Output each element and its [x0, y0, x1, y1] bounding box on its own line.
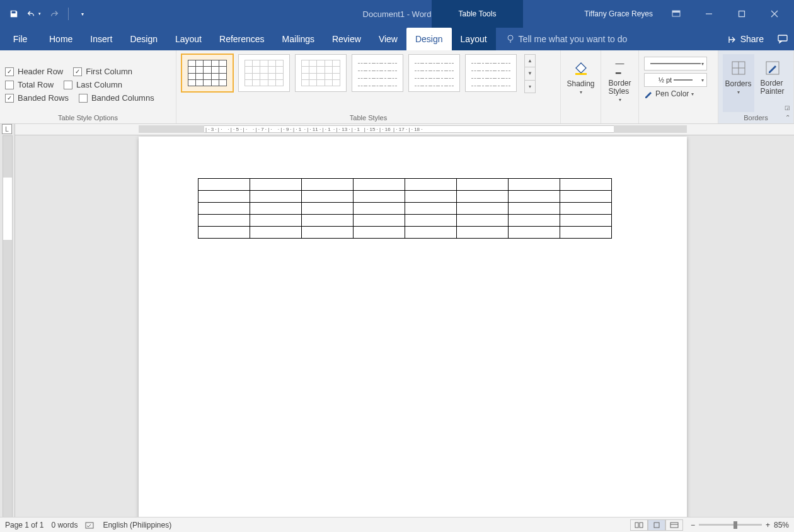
document-table[interactable] — [198, 178, 612, 239]
share-icon — [728, 35, 737, 43]
border-styles-icon: —━ — [610, 58, 630, 78]
painter-icon — [762, 58, 783, 78]
borders-icon — [728, 58, 749, 78]
table-styles-scroll: ▲ ▼ ▾ — [524, 54, 536, 93]
tab-file[interactable]: File — [0, 28, 40, 50]
tab-mailings[interactable]: Mailings — [273, 28, 323, 50]
border-styles-button[interactable]: —━ Border Styles ▾ — [603, 54, 636, 112]
tab-view[interactable]: View — [370, 28, 406, 50]
ribbon-body: Header Row First Column Total Row Last C… — [0, 50, 794, 124]
group-shading: Shading ▾ — [561, 50, 601, 123]
svg-rect-16 — [640, 523, 643, 528]
zoom-out-button[interactable]: − — [691, 521, 695, 529]
ribbon-tabs: File Home Insert Design Layout Reference… — [0, 28, 794, 50]
zoom-level[interactable]: 85% — [774, 521, 789, 529]
tab-design[interactable]: Design — [121, 28, 166, 50]
pen-icon — [644, 89, 653, 98]
pen-color-dropdown[interactable]: Pen Color ▾ — [644, 89, 694, 98]
share-button[interactable]: Share — [720, 28, 771, 50]
bucket-icon — [571, 58, 591, 78]
tab-table-design[interactable]: Design — [406, 28, 452, 50]
checkbox-banded-columns[interactable]: Banded Columns — [79, 93, 154, 103]
collapse-ribbon-icon[interactable]: ⌃ — [785, 114, 790, 121]
redo-button[interactable] — [45, 5, 63, 23]
group-label: Borders — [718, 113, 793, 123]
svg-rect-3 — [739, 11, 745, 17]
table-style-thumb[interactable] — [238, 54, 290, 92]
document-area[interactable] — [15, 135, 794, 517]
shading-button[interactable]: Shading ▾ — [561, 54, 599, 112]
print-layout-button[interactable] — [648, 519, 665, 531]
table-style-thumb[interactable] — [295, 54, 347, 92]
group-table-style-options: Header Row First Column Total Row Last C… — [0, 50, 176, 123]
zoom-control: − + 85% — [691, 521, 789, 529]
group-borders: Borders ▾ Border Painter Borders ◲ — [718, 50, 794, 123]
tell-me-search[interactable]: Tell me what you want to do — [496, 28, 720, 50]
gallery-expand[interactable]: ▾ — [525, 81, 535, 93]
svg-rect-6 — [778, 35, 787, 41]
group-pen: ½ pt Pen Color ▾ — [639, 50, 718, 123]
save-button[interactable] — [5, 5, 23, 23]
vertical-ruler: L — [0, 124, 15, 517]
svg-rect-18 — [670, 523, 678, 528]
tab-references[interactable]: References — [210, 28, 273, 50]
maximize-button[interactable] — [727, 5, 756, 23]
svg-rect-7 — [575, 73, 587, 75]
lightbulb-icon — [506, 35, 515, 43]
group-table-styles: ▲ ▼ ▾ Table Styles — [176, 50, 561, 123]
gallery-scroll-up[interactable]: ▲ — [525, 55, 535, 67]
checkbox-total-row[interactable]: Total Row — [5, 80, 54, 89]
pen-weight-dropdown[interactable]: ½ pt — [644, 73, 707, 87]
zoom-in-button[interactable]: + — [766, 521, 770, 529]
web-layout-button[interactable] — [665, 519, 683, 531]
view-buttons — [630, 519, 683, 531]
tab-home[interactable]: Home — [40, 28, 81, 50]
spellcheck-icon[interactable] — [85, 521, 95, 529]
table-style-thumb[interactable] — [408, 54, 460, 92]
close-button[interactable] — [760, 5, 789, 23]
table-style-thumb[interactable] — [352, 54, 403, 92]
user-name: Tiffany Grace Reyes — [584, 9, 653, 18]
checkbox-last-column[interactable]: Last Column — [64, 80, 122, 89]
table-tools-contextual-label: Table Tools — [432, 0, 523, 28]
status-word-count[interactable]: 0 words — [51, 521, 78, 529]
group-label: Table Styles — [176, 113, 560, 123]
svg-rect-1 — [672, 11, 680, 13]
title-bar: ▾ ▾ Document1 - Word Table Tools Tiffany… — [0, 0, 794, 28]
tab-layout[interactable]: Layout — [166, 28, 210, 50]
border-painter-button[interactable]: Border Painter — [756, 54, 790, 112]
checkbox-header-row[interactable]: Header Row — [5, 67, 63, 76]
svg-point-4 — [508, 35, 513, 40]
svg-rect-17 — [654, 523, 659, 528]
checkbox-first-column[interactable]: First Column — [73, 67, 132, 76]
checkbox-banded-rows[interactable]: Banded Rows — [5, 93, 69, 103]
page — [139, 137, 687, 517]
pen-style-dropdown[interactable] — [644, 57, 707, 71]
read-mode-button[interactable] — [630, 519, 648, 531]
borders-button[interactable]: Borders ▾ — [723, 54, 754, 112]
tab-selector[interactable]: L — [2, 124, 12, 134]
svg-rect-15 — [635, 523, 638, 528]
gallery-scroll-down[interactable]: ▼ — [525, 67, 535, 80]
user-area: Tiffany Grace Reyes — [584, 0, 794, 28]
tab-insert[interactable]: Insert — [81, 28, 121, 50]
group-border-styles: —━ Border Styles ▾ — [601, 50, 639, 123]
qat-customize[interactable]: ▾ — [74, 5, 91, 23]
undo-button[interactable]: ▾ — [25, 5, 43, 23]
table-style-thumb[interactable] — [181, 54, 233, 92]
tab-table-layout[interactable]: Layout — [452, 28, 496, 50]
status-bar: Page 1 of 1 0 words English (Philippines… — [0, 517, 794, 532]
table-style-thumb[interactable] — [465, 54, 517, 92]
status-language[interactable]: English (Philippines) — [103, 521, 171, 529]
dialog-launcher-icon[interactable]: ◲ — [785, 105, 790, 111]
quick-access-toolbar: ▾ ▾ — [0, 5, 91, 23]
ribbon-display-options[interactable] — [662, 5, 691, 23]
tab-review[interactable]: Review — [323, 28, 370, 50]
status-page[interactable]: Page 1 of 1 — [5, 521, 43, 529]
group-label: Table Style Options — [0, 113, 176, 123]
workspace: L · 2 · | · 1 · | · · | · 1 · | · · | · … — [0, 124, 794, 517]
horizontal-ruler: · 2 · | · 1 · | · · | · 1 · | · · | · 3 … — [15, 124, 794, 135]
minimize-button[interactable] — [694, 5, 723, 23]
comments-button[interactable] — [771, 28, 794, 50]
zoom-slider[interactable] — [699, 524, 762, 526]
